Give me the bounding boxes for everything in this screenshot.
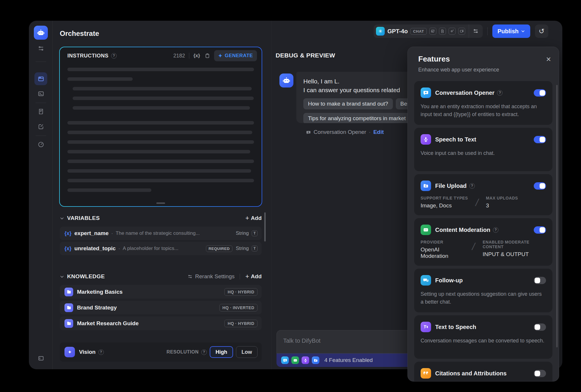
chat-mode-badge: CHAT [410, 28, 427, 35]
help-icon[interactable]: ? [111, 53, 117, 59]
content-moderation-icon [291, 356, 299, 364]
follow-up-toggle[interactable] [534, 277, 546, 284]
header-divider [487, 27, 488, 35]
skeleton-line [67, 68, 254, 71]
resize-handle[interactable] [156, 202, 165, 204]
chevron-down-icon[interactable] [60, 274, 64, 279]
suggestion-chip[interactable]: Tips for analyzing competitors in market [303, 113, 410, 123]
chevron-down-icon [521, 29, 525, 33]
knowledge-badge: HQ · INVERTED [219, 304, 258, 312]
text-type-icon: T [252, 230, 258, 236]
copy-button[interactable] [205, 53, 210, 58]
robot-icon [282, 76, 291, 85]
skeleton-line [67, 150, 250, 153]
generate-button[interactable]: ✦ GENERATE [214, 50, 257, 61]
feature-desc: You are an entity extraction model that … [421, 103, 546, 118]
help-icon[interactable]: ? [98, 349, 104, 355]
feature-card-content-moderation: Content Moderation ? PROVIDER OpenAI Mod… [414, 218, 552, 266]
app-logo[interactable] [34, 26, 48, 40]
skeleton-line [67, 169, 251, 173]
skeleton-line [67, 140, 254, 144]
close-icon[interactable]: ✕ [546, 56, 551, 63]
scrollbar-thumb[interactable] [556, 85, 558, 347]
model-config-button[interactable] [469, 24, 483, 38]
feature-title: Follow-up [435, 277, 463, 284]
vision-capability-icon [429, 28, 436, 35]
knowledge-name: Marketing Basics [77, 289, 224, 295]
feature-field: ENABLED MODERATE CONTENT INPUT & OUTPUT [483, 240, 546, 258]
text-type-icon: T [252, 246, 258, 251]
features-subtitle: Enhance web app user experience [418, 67, 499, 73]
skeleton-line [67, 77, 133, 81]
feature-card-conversation-opener: Conversation Opener ? You are an entity … [414, 81, 552, 125]
knowledge-row[interactable]: Marketing Basics HQ · HYBRID [60, 285, 262, 299]
instructions-skeleton[interactable] [60, 64, 262, 192]
vision-card: ✦ Vision ? RESOLUTION ? High Low [60, 342, 262, 362]
variables-title: VARIABLES [67, 215, 100, 221]
conversation-opener-icon [281, 356, 289, 364]
knowledge-name: Market Research Guide [77, 320, 224, 327]
file-upload-toggle[interactable] [534, 182, 546, 190]
feature-card-follow-up: Follow-up Setting up next questions sugg… [414, 269, 552, 312]
insert-variable-button[interactable]: {x} [193, 53, 200, 59]
add-variable-button[interactable]: + Add [245, 215, 262, 221]
feature-title: Conversation Opener [435, 90, 494, 96]
knowledge-folder-icon [64, 288, 73, 296]
resolution-high-button[interactable]: High [210, 346, 233, 358]
collapse-panel-icon [38, 355, 44, 362]
speech-to-text-toggle[interactable] [534, 136, 546, 143]
feature-field: MAX UPLOADS 3 [486, 196, 518, 209]
feature-card-citations: Citations and Attributions Show source d… [414, 362, 552, 382]
help-icon[interactable]: ? [493, 227, 498, 233]
add-knowledge-button[interactable]: + Add [245, 273, 262, 280]
knowledge-name: Brand Strategy [77, 304, 219, 311]
help-icon[interactable]: ? [469, 183, 475, 189]
conversation-opener-toggle[interactable] [534, 89, 546, 97]
document-capability-icon [439, 28, 446, 35]
sidebar-divider [36, 62, 46, 62]
collapse-sidebar-button[interactable] [34, 352, 47, 365]
resolution-label: RESOLUTION [167, 349, 199, 355]
features-title: Features [418, 55, 450, 64]
variable-row[interactable]: {x} expert_name · The name of the strate… [60, 227, 262, 240]
sidebar-item-logs[interactable] [34, 105, 47, 118]
edit-opener-link[interactable]: Edit [373, 129, 384, 135]
sidebar-item-settings[interactable] [34, 42, 47, 55]
help-icon[interactable]: ? [497, 90, 503, 96]
skeleton-line [73, 87, 252, 90]
history-button[interactable]: ↺ [535, 24, 548, 38]
feature-desc: Setting up next questions suggestion can… [421, 290, 546, 306]
sidebar-item-terminal[interactable] [34, 87, 47, 100]
help-icon[interactable]: ? [201, 349, 207, 355]
variable-row[interactable]: {x} unrelated_topic · A placeholder for … [60, 242, 262, 255]
separator-dot: · [118, 245, 120, 252]
feature-title: Citations and Attributions [435, 370, 507, 377]
openai-logo-icon: ✳ [376, 27, 385, 36]
field-value: OpenAI Moderation [421, 246, 465, 259]
knowledge-row[interactable]: Brand Strategy HQ · INVERTED [60, 301, 262, 314]
scrollbar-thumb[interactable] [264, 212, 266, 242]
window-icon [38, 76, 44, 82]
knowledge-row[interactable]: Market Research Guide HQ · HYBRID [60, 316, 262, 330]
rerank-settings-button[interactable]: Rerank Settings [188, 273, 235, 280]
citations-toggle[interactable] [534, 370, 546, 377]
variable-desc: A placeholder for topics... [123, 246, 206, 251]
chevron-down-icon[interactable] [60, 216, 64, 220]
text-to-speech-toggle[interactable] [534, 323, 546, 331]
publish-button[interactable]: Publish [492, 24, 530, 38]
sidebar-item-orchestrate[interactable] [34, 72, 47, 85]
suggestion-chip[interactable]: How to make a brand stand out? [303, 98, 393, 109]
history-icon: ↺ [539, 27, 545, 35]
sidebar-item-annotations[interactable] [34, 120, 47, 133]
file-upload-icon [312, 356, 319, 364]
sidebar-item-monitoring[interactable] [34, 138, 47, 151]
feature-title: File Upload [435, 183, 467, 189]
resolution-low-button[interactable]: Low [236, 346, 258, 358]
feature-title: Content Moderation [435, 227, 490, 233]
model-selector[interactable]: ✳ GPT-4o CHAT [374, 24, 469, 38]
field-label: ENABLED MODERATE CONTENT [483, 240, 546, 249]
sidebar [29, 21, 53, 369]
page-title: Orchestrate [60, 29, 99, 38]
content-moderation-toggle[interactable] [534, 226, 546, 234]
file-upload-icon [421, 181, 431, 191]
